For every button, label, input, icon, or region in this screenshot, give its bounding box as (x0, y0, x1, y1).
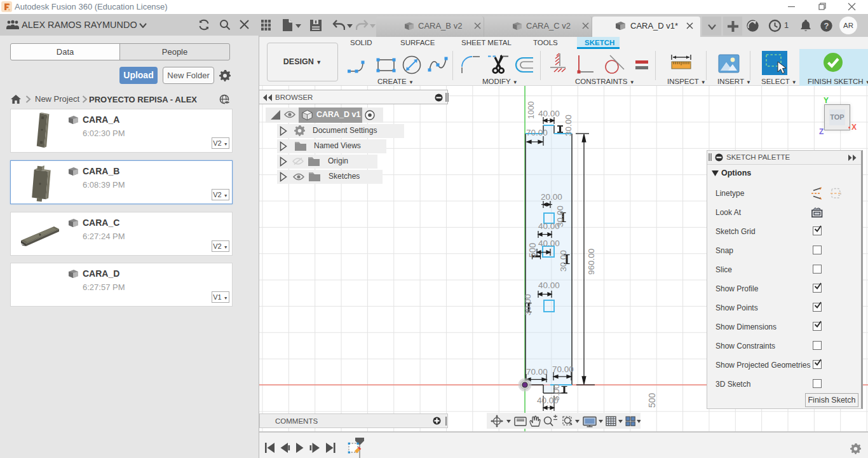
svg-text:30.00: 30.00 (564, 114, 573, 136)
svg-text:1000: 1000 (527, 101, 536, 119)
svg-text:500: 500 (647, 392, 657, 408)
svg-text:40.00: 40.00 (538, 109, 560, 118)
svg-text:70.00: 70.00 (552, 364, 574, 374)
svg-text:960.00: 960.00 (587, 249, 596, 275)
svg-text:40.00: 40.00 (537, 396, 559, 405)
svg-text:30.00: 30.00 (559, 250, 568, 272)
svg-text:70.00: 70.00 (526, 367, 548, 377)
svg-text:20.00: 20.00 (541, 192, 562, 202)
svg-text:30.00: 30.00 (523, 294, 532, 316)
svg-text:?: ? (824, 21, 829, 31)
svg-text:40.00: 40.00 (538, 239, 560, 248)
svg-text:500: 500 (527, 242, 538, 258)
svg-text:30.00: 30.00 (555, 205, 565, 227)
svg-text:70.00: 70.00 (526, 128, 548, 137)
svg-text:40.00: 40.00 (538, 281, 560, 290)
